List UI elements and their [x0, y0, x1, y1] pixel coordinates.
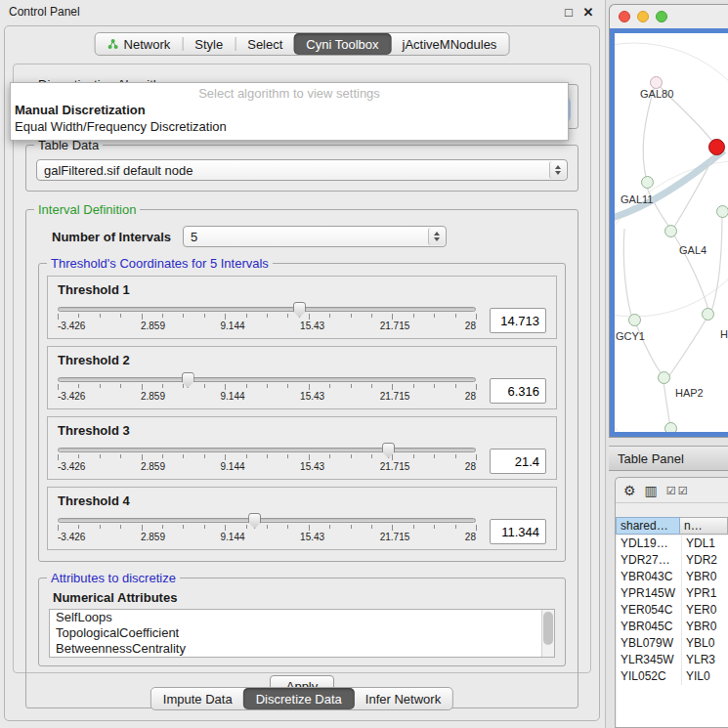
- listbox-scrollbar[interactable]: [541, 610, 554, 657]
- tab-cyni-toolbox[interactable]: Cyni Toolbox: [293, 33, 391, 55]
- node-label: GCY1: [616, 330, 645, 342]
- tab-label: Select: [247, 37, 282, 52]
- number-of-intervals-combobox[interactable]: 5: [183, 226, 447, 247]
- threshold-value-input[interactable]: [490, 308, 546, 333]
- columns-icon[interactable]: ▥: [645, 484, 658, 497]
- table-row[interactable]: YDL19…YDL1: [617, 535, 728, 552]
- number-of-intervals-label: Number of Intervals: [52, 230, 171, 244]
- cell-shared-name: YPR145W: [617, 585, 681, 602]
- column-header-shared-name[interactable]: shared…: [616, 517, 680, 535]
- threshold-slider[interactable]: -3.4262.8599.14415.4321.71528: [58, 300, 476, 331]
- threshold-value-input[interactable]: [490, 378, 546, 404]
- close-icon[interactable]: ✕: [580, 5, 596, 20]
- threshold-value-input[interactable]: [490, 449, 546, 474]
- tab-network[interactable]: Network: [96, 33, 183, 55]
- tick-label: 15.43: [300, 391, 324, 402]
- scrollbar-thumb[interactable]: [543, 612, 553, 645]
- table-header-row: shared… n…: [616, 517, 728, 535]
- threshold-slider[interactable]: -3.4262.8599.14415.4321.71528: [58, 370, 476, 402]
- attributes-listbox[interactable]: SelfLoops TopologicalCoefficient Between…: [49, 609, 555, 658]
- threshold-slider[interactable]: -3.4262.8599.14415.4321.71528: [58, 511, 476, 542]
- table-row[interactable]: YBR045CYBR0: [617, 619, 728, 635]
- network-node[interactable]: [664, 422, 677, 435]
- network-node[interactable]: [628, 314, 641, 326]
- slider-tick-labels: -3.4262.8599.14415.4321.71528: [58, 461, 476, 472]
- list-item[interactable]: SelfLoops: [50, 610, 554, 625]
- network-node[interactable]: [658, 371, 670, 384]
- stepper-up-icon: [555, 165, 561, 169]
- slider-track[interactable]: [58, 448, 476, 452]
- tab-select[interactable]: Select: [236, 33, 294, 55]
- network-node[interactable]: [641, 176, 654, 189]
- slider-ticks: [58, 525, 476, 531]
- table-rows: YDL19…YDL1 YDR27…YDR2 YBR043CYBR0 YPR145…: [617, 535, 728, 727]
- tick-label: 9.144: [221, 461, 245, 472]
- cell-shared-name: YIL052C: [617, 668, 681, 685]
- traffic-light-zoom-icon[interactable]: [656, 11, 667, 22]
- table-row[interactable]: YLR345WYLR3: [617, 652, 728, 668]
- select-all-checkbox-icon[interactable]: ☑: [666, 484, 676, 497]
- network-canvas[interactable]: GAL80 GAL11 GAL4 GCY1 HAP2 H: [610, 28, 728, 437]
- cell-shared-name: YER054C: [617, 602, 681, 619]
- slider-track[interactable]: [58, 307, 476, 312]
- table-data-combobox[interactable]: galFiltered.sif default node: [36, 159, 568, 181]
- tick-label: 21.715: [380, 461, 410, 472]
- interval-definition-legend: Interval Definition: [34, 202, 140, 217]
- threshold-value-input[interactable]: [490, 519, 546, 544]
- cell-name: YDR2: [681, 552, 728, 569]
- slider-track[interactable]: [58, 377, 476, 382]
- tick-label: 28: [465, 391, 476, 402]
- network-node[interactable]: [716, 205, 728, 218]
- combo-stepper[interactable]: [428, 228, 445, 245]
- slider-track[interactable]: [58, 518, 476, 523]
- number-of-intervals-value: 5: [191, 230, 197, 244]
- table-panel-bar: Table Panel: [609, 446, 728, 471]
- interval-definition-group: Interval Definition Number of Intervals …: [25, 209, 578, 708]
- popup-option-manual-discretization[interactable]: Manual Discretization: [11, 102, 568, 118]
- combo-stepper[interactable]: [549, 161, 566, 179]
- tab-jactivemnodules[interactable]: jActiveMNodules: [391, 33, 509, 55]
- cell-name: YBR0: [681, 569, 728, 585]
- popup-option-equal-width-frequency[interactable]: Equal Width/Frequency Discretization: [11, 118, 568, 135]
- gear-icon[interactable]: ⚙: [623, 484, 636, 497]
- float-window-icon[interactable]: □: [561, 5, 577, 20]
- control-panel-titlebar: Control Panel □ ✕: [0, 0, 605, 23]
- tick-label: 9.144: [221, 532, 245, 542]
- tick-label: -3.426: [58, 532, 85, 542]
- stepper-up-icon: [434, 232, 440, 236]
- table-row[interactable]: YIL052CYIL0: [617, 668, 728, 685]
- tick-label: 28: [465, 532, 476, 542]
- threshold-label: Threshold 2: [58, 353, 546, 367]
- tab-label: Style: [194, 37, 223, 52]
- tick-label: 2.859: [141, 391, 165, 402]
- popup-hint: Select algorithm to view settings: [11, 85, 568, 102]
- numerical-attributes-label: Numerical Attributes: [53, 590, 555, 605]
- list-item[interactable]: BetweennessCentrality: [50, 641, 554, 657]
- network-node[interactable]: [664, 225, 677, 237]
- bottom-tab-infer-network[interactable]: Infer Network: [354, 688, 452, 709]
- threshold-slider[interactable]: -3.4262.8599.14415.4321.71528: [58, 441, 476, 472]
- tick-label: 21.715: [380, 532, 410, 542]
- traffic-light-close-icon[interactable]: [619, 11, 630, 22]
- table-data-group: Table Data galFiltered.sif default node: [25, 145, 578, 192]
- list-item[interactable]: TopologicalCoefficient: [50, 625, 554, 641]
- node-label: GAL4: [679, 244, 707, 256]
- table-row[interactable]: YDR27…YDR2: [617, 552, 728, 569]
- traffic-light-minimize-icon[interactable]: [637, 11, 649, 22]
- bottom-tab-discretize-data[interactable]: Discretize Data: [243, 688, 355, 709]
- network-node-selected[interactable]: [708, 139, 725, 155]
- algorithm-popup: Select algorithm to view settings Manual…: [10, 82, 569, 141]
- table-row[interactable]: YBR043CYBR0: [617, 569, 728, 585]
- cell-shared-name: YDR27…: [617, 552, 681, 569]
- bottom-tab-impute-data[interactable]: Impute Data: [151, 688, 244, 709]
- column-header-name[interactable]: n…: [680, 517, 728, 535]
- tick-label: 21.715: [380, 391, 410, 402]
- slider-ticks: [58, 454, 476, 460]
- tab-style[interactable]: Style: [183, 33, 235, 55]
- select-columns-checkbox-icon[interactable]: ☑: [678, 484, 688, 497]
- table-row[interactable]: YBL079WYBL0: [617, 635, 728, 652]
- network-node[interactable]: [702, 308, 714, 321]
- table-row[interactable]: YPR145WYPR1: [617, 585, 728, 602]
- table-row[interactable]: YER054CYER0: [617, 602, 728, 619]
- cell-shared-name: YBR043C: [617, 569, 681, 585]
